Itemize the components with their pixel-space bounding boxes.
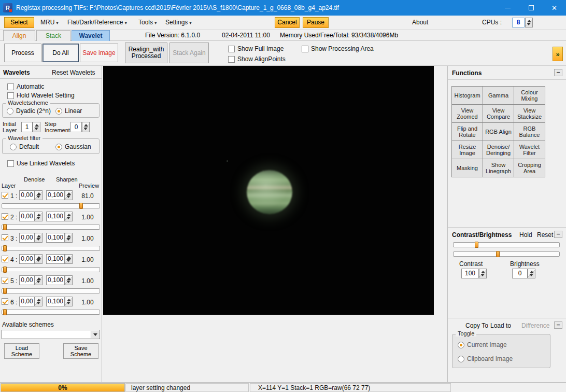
- initial-layer-stepper[interactable]: [33, 122, 40, 132]
- layer-4-sharpen-stepper[interactable]: [65, 254, 73, 264]
- layer-6-slider[interactable]: [2, 310, 100, 315]
- layer-6-sharpen-stepper[interactable]: [65, 297, 73, 306]
- image-canvas[interactable]: [103, 66, 434, 315]
- rgb-align-button[interactable]: RGB Align: [483, 122, 514, 141]
- linear-radio[interactable]: Linear: [55, 107, 82, 115]
- cancel-button[interactable]: Cancel: [275, 17, 300, 28]
- layer-5-sharpen-input[interactable]: 0,100: [46, 275, 65, 285]
- menu-tools[interactable]: Tools▾: [138, 19, 157, 26]
- layer-4-denoise-stepper[interactable]: [35, 254, 43, 264]
- layer-6-sharpen-input[interactable]: 0,100: [46, 297, 65, 306]
- layer-4-sharpen-input[interactable]: 0,100: [46, 254, 65, 264]
- layer-3-denoise-input[interactable]: 0,00: [19, 233, 35, 243]
- layer-6-denoise-input[interactable]: 0,00: [19, 297, 35, 306]
- do-all-button[interactable]: Do All: [43, 44, 79, 62]
- reset-button[interactable]: Reset: [537, 231, 553, 239]
- select-button[interactable]: Select: [4, 17, 34, 28]
- layer-5-checkbox[interactable]: [2, 277, 8, 284]
- layer-1-sharpen-input[interactable]: 0,100: [46, 190, 65, 200]
- show-processing-area-checkbox[interactable]: Show Processing Area: [302, 45, 374, 52]
- functions-minimize-button[interactable]: –: [554, 69, 562, 76]
- rgb-balance-button[interactable]: RGB Balance: [514, 122, 545, 141]
- current-image-radio[interactable]: Current Image: [458, 341, 507, 348]
- layer-1-denoise-stepper[interactable]: [35, 190, 43, 200]
- minimize-button[interactable]: [496, 0, 519, 16]
- slider-handle[interactable]: [3, 309, 7, 315]
- use-linked-wavelets-checkbox[interactable]: Use Linked Wavelets: [7, 160, 75, 167]
- layer-4-denoise-input[interactable]: 0,00: [19, 254, 35, 264]
- reset-wavelets-button[interactable]: Reset Wavelets: [52, 69, 95, 76]
- slider-handle[interactable]: [3, 267, 7, 273]
- layer-3-checkbox[interactable]: [2, 234, 8, 241]
- brightness-stepper[interactable]: [528, 269, 535, 278]
- layer-2-denoise-input[interactable]: 0,00: [19, 212, 35, 221]
- layer-5-sharpen-stepper[interactable]: [65, 275, 73, 285]
- close-button[interactable]: ✕: [543, 0, 566, 16]
- slider-handle[interactable]: [3, 245, 7, 251]
- slider-handle[interactable]: [79, 203, 83, 209]
- layer-6-denoise-stepper[interactable]: [35, 297, 43, 306]
- view-compare-button[interactable]: View Compare: [483, 104, 514, 123]
- show-alignpoints-checkbox[interactable]: Show AlignPoints: [228, 55, 286, 63]
- contrast-input[interactable]: 100: [461, 269, 479, 278]
- layer-2-sharpen-input[interactable]: 0,100: [46, 212, 65, 221]
- resize-image-button[interactable]: Resize Image: [451, 141, 483, 159]
- slider-handle[interactable]: [3, 288, 7, 294]
- slider-handle[interactable]: [496, 251, 500, 257]
- layer-4-slider[interactable]: [2, 267, 100, 272]
- tab-align[interactable]: Align: [3, 30, 35, 41]
- cropping-area-button[interactable]: Cropping Area: [514, 159, 545, 177]
- layer-1-sharpen-stepper[interactable]: [65, 190, 73, 200]
- gaussian-radio[interactable]: Gaussian: [55, 143, 91, 150]
- layer-2-slider[interactable]: [2, 225, 100, 230]
- save-scheme-button[interactable]: Save Scheme: [63, 343, 98, 359]
- dyadic-radio[interactable]: Dyadic (2^n): [7, 107, 51, 115]
- layer-2-checkbox[interactable]: [2, 213, 8, 220]
- view-zoomed-button[interactable]: View Zoomed: [451, 104, 483, 123]
- wavelet-filter-button[interactable]: Wavelet Filter: [514, 141, 545, 159]
- brightness-slider[interactable]: [453, 251, 560, 257]
- expand-panel-button[interactable]: »: [553, 47, 563, 61]
- contrast-minimize-button[interactable]: –: [554, 231, 562, 238]
- cpus-value[interactable]: 8: [512, 18, 525, 27]
- menu-flat-dark-reference[interactable]: Flat/Dark/Reference▾: [67, 19, 127, 26]
- brightness-input[interactable]: 0: [512, 269, 528, 278]
- layer-5-denoise-input[interactable]: 0,00: [19, 275, 35, 285]
- automatic-checkbox[interactable]: Automatic: [7, 83, 44, 90]
- default-radio[interactable]: Default: [10, 143, 39, 150]
- menu-about[interactable]: About: [412, 19, 428, 26]
- layer-3-slider[interactable]: [2, 246, 100, 251]
- layer-6-checkbox[interactable]: [2, 298, 8, 305]
- clipboard-image-radio[interactable]: Clipboard Image: [458, 355, 513, 362]
- realign-with-processed-button[interactable]: Realign_with Processed: [125, 43, 167, 63]
- cpus-stepper[interactable]: [525, 18, 533, 27]
- step-increment-stepper[interactable]: [82, 122, 90, 132]
- layer-4-checkbox[interactable]: [2, 256, 8, 262]
- copy-minimize-button[interactable]: –: [554, 321, 562, 329]
- pause-button[interactable]: Pause: [303, 17, 329, 28]
- tab-wavelet[interactable]: Wavelet: [72, 30, 110, 41]
- chevron-down-icon[interactable]: [91, 331, 99, 338]
- maximize-button[interactable]: [519, 0, 543, 16]
- view-stacksize-button[interactable]: View Stacksize: [514, 104, 545, 123]
- tab-stack[interactable]: Stack: [36, 30, 70, 41]
- schemes-combobox[interactable]: [2, 330, 100, 339]
- gamma-button[interactable]: Gamma: [483, 86, 514, 105]
- layer-1-checkbox[interactable]: [2, 192, 8, 199]
- show-full-image-checkbox[interactable]: Show Full Image: [228, 45, 284, 52]
- show-linegraph-button[interactable]: Show Linegraph: [483, 159, 514, 177]
- load-scheme-button[interactable]: Load Scheme: [4, 343, 39, 359]
- contrast-slider[interactable]: [453, 242, 560, 247]
- layer-2-sharpen-stepper[interactable]: [65, 212, 73, 221]
- layer-5-slider[interactable]: [2, 288, 100, 293]
- layer-5-denoise-stepper[interactable]: [35, 275, 43, 285]
- layer-1-slider[interactable]: [2, 203, 100, 208]
- flip-and-rotate-button[interactable]: Flip and Rotate: [451, 122, 483, 141]
- copy-to-button[interactable]: Copy To: [465, 322, 488, 329]
- slider-handle[interactable]: [475, 242, 478, 248]
- hold-wavelet-setting-checkbox[interactable]: Hold Wavelet Setting: [7, 92, 75, 99]
- layer-3-sharpen-stepper[interactable]: [65, 233, 73, 243]
- colour-mixing-button[interactable]: Colour Mixing: [514, 86, 545, 105]
- initial-layer-input[interactable]: 1: [21, 122, 33, 132]
- contrast-stepper[interactable]: [479, 269, 487, 278]
